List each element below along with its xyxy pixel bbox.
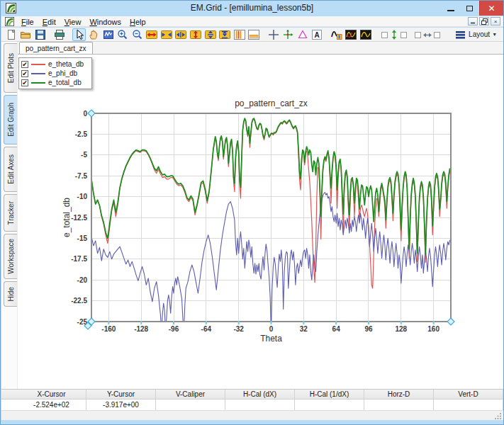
- status-value: [225, 400, 295, 410]
- menu-view[interactable]: View: [60, 18, 86, 26]
- menu-edit[interactable]: Edit: [38, 18, 60, 26]
- shrink-y-button[interactable]: [218, 28, 232, 41]
- status-value: [364, 400, 434, 410]
- expand-y-blue-button[interactable]: [203, 28, 218, 41]
- fit-vertical-icon: [381, 29, 408, 40]
- sidebar-tab-workspace[interactable]: Workspace: [4, 234, 17, 279]
- sidebar-tabs: Edit PlotsEdit GraphEdit AxesTrackerWork…: [1, 42, 18, 389]
- status-col-v-caliper: V-Caliper: [156, 390, 225, 400]
- y-tick-label: -7.5: [75, 172, 88, 180]
- status-col-horz-d: Horz-D: [364, 390, 434, 400]
- curves-yellow-button[interactable]: [359, 28, 373, 41]
- zoom-in-icon: [117, 29, 128, 40]
- crosshair-icon: [268, 29, 279, 40]
- tracker-axes-button[interactable]: [281, 28, 295, 41]
- status-values-row: -2.524e+02-3.917e+00: [1, 400, 503, 410]
- sidebar-tab-edit-plots[interactable]: Edit Plots: [4, 43, 17, 93]
- menu-bar: FileEditViewWindowsHelp ×: [1, 16, 503, 27]
- shrink-x-button[interactable]: [174, 28, 189, 41]
- status-bar: X-CursorY-CursorV-CaliperH-Cal (dX)H-Cal…: [1, 389, 503, 420]
- fit-horizontal-icon: [414, 29, 441, 40]
- expand-x-red-button[interactable]: [145, 28, 159, 41]
- toolbar: ALayout▼: [1, 28, 503, 42]
- fit-horizontal-button[interactable]: [411, 28, 444, 41]
- document-tab[interactable]: po_pattern_cart_zx: [19, 42, 93, 54]
- toolbar-separator: [444, 28, 449, 41]
- x-tick-label: 128: [395, 325, 407, 333]
- expand-x-blue-icon: [161, 29, 172, 40]
- zoom-window-icon: [103, 29, 114, 40]
- new-document-button[interactable]: [4, 28, 18, 41]
- expand-y-red-button[interactable]: [189, 28, 203, 41]
- status-col-h-cal-1-dx-: H-Cal (1/dX): [295, 390, 364, 400]
- save-button[interactable]: [33, 28, 47, 41]
- x-tick-label: 0: [269, 325, 274, 333]
- sidebar-tab-edit-axes[interactable]: Edit Axes: [4, 147, 17, 192]
- close-icon: ✕: [488, 4, 495, 13]
- pan-hand-button[interactable]: [86, 28, 101, 41]
- toolbar-separator: [262, 28, 267, 41]
- legend-line-sample: [31, 82, 45, 84]
- menu-help[interactable]: Help: [125, 18, 150, 26]
- close-button[interactable]: ✕: [479, 1, 503, 16]
- main-area: Edit PlotsEdit GraphEdit AxesTrackerWork…: [1, 42, 503, 389]
- sidebar-tab-hide[interactable]: Hide: [4, 281, 17, 307]
- zoom-out-button[interactable]: [130, 28, 145, 41]
- chart-canvas[interactable]: -160-128-96-64-3203264961281600-2.5-5-7.…: [18, 55, 503, 388]
- caliper-triangle-button[interactable]: [296, 28, 310, 41]
- mdi-minimize-button[interactable]: [468, 17, 478, 26]
- y-tick-label: -2.5: [75, 130, 88, 138]
- legend-line-sample: [31, 73, 45, 74]
- pointer-button[interactable]: [72, 28, 86, 41]
- layout-button[interactable]: Layout▼: [449, 28, 503, 41]
- curves-yellow-icon: [360, 29, 371, 40]
- clip-curve-icon: [331, 29, 342, 40]
- open-button[interactable]: [19, 28, 33, 41]
- zoom-window-button[interactable]: [101, 28, 116, 41]
- legend-item-e_total_db[interactable]: ✔e_total_db: [21, 78, 89, 87]
- legend-item-e_phi_db[interactable]: ✔e_phi_db: [21, 69, 89, 78]
- text-annotation-button[interactable]: A: [310, 28, 324, 41]
- x-tick-label: 96: [364, 325, 373, 333]
- legend-checkbox[interactable]: ✔: [21, 61, 28, 68]
- legend-checkbox[interactable]: ✔: [21, 70, 28, 77]
- y-tick-label: -5: [81, 151, 87, 159]
- tracker-axes-icon: [282, 29, 293, 40]
- curves-red-button[interactable]: [344, 28, 358, 41]
- sidebar-tab-edit-graph[interactable]: Edit Graph: [4, 95, 17, 144]
- left-axis-button[interactable]: [233, 28, 247, 41]
- window-bottom-frame: [1, 420, 503, 425]
- x-tick-label: -128: [134, 325, 148, 333]
- bottom-axis-icon: [248, 29, 259, 40]
- legend[interactable]: ✔e_theta_db✔e_phi_db✔e_total_db: [18, 57, 92, 89]
- status-col-vert-d: Vert-D: [434, 390, 503, 400]
- pointer-icon: [74, 29, 85, 40]
- legend-item-e_theta_db[interactable]: ✔e_theta_db: [21, 60, 89, 69]
- minimize-button[interactable]: [442, 1, 460, 16]
- plot-svg[interactable]: -160-128-96-64-3203264961281600-2.5-5-7.…: [18, 55, 503, 388]
- status-header-row: X-CursorY-CursorV-CaliperH-Cal (dX)H-Cal…: [1, 390, 503, 400]
- legend-line-sample: [31, 64, 45, 65]
- fit-vertical-button[interactable]: [378, 28, 410, 41]
- maximize-button[interactable]: [460, 1, 478, 16]
- menu-file[interactable]: File: [17, 18, 38, 26]
- toolbar-separator: [48, 28, 53, 41]
- menu-windows[interactable]: Windows: [85, 18, 125, 26]
- x-tick-label: 64: [332, 325, 341, 333]
- expand-y-red-icon: [190, 29, 201, 40]
- print-button[interactable]: [52, 28, 67, 41]
- document-logo-icon: [5, 17, 14, 26]
- legend-label: e_phi_db: [48, 69, 77, 77]
- shrink-x-icon: [175, 29, 186, 40]
- bottom-axis-button[interactable]: [247, 28, 261, 41]
- mdi-close-button[interactable]: ×: [491, 17, 500, 26]
- mdi-restore-button[interactable]: [479, 17, 489, 26]
- legend-checkbox[interactable]: ✔: [21, 79, 28, 86]
- clip-curve-button[interactable]: [330, 28, 344, 41]
- resize-grip[interactable]: [495, 412, 502, 419]
- expand-x-blue-button[interactable]: [159, 28, 174, 41]
- zoom-in-button[interactable]: [116, 28, 130, 41]
- crosshair-button[interactable]: [267, 28, 281, 41]
- sidebar-tab-tracker[interactable]: Tracker: [4, 194, 17, 232]
- chevron-down-icon: ▼: [492, 32, 497, 37]
